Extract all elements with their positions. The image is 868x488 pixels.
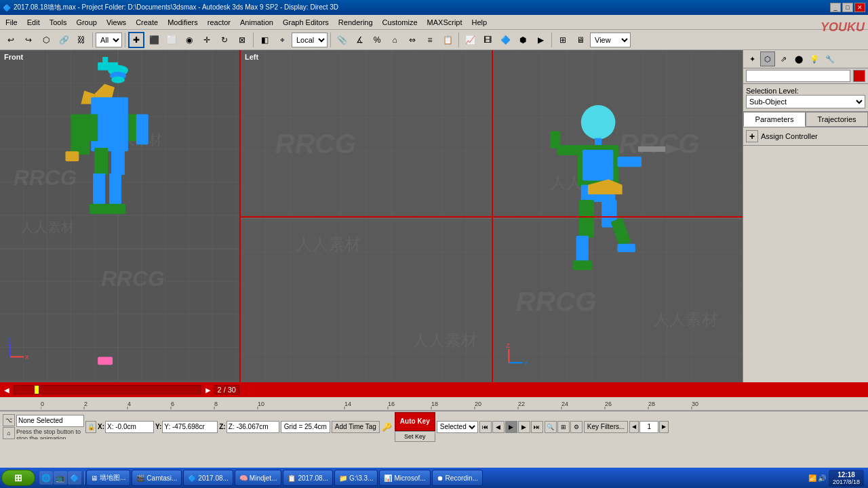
tb-schematic[interactable]: 🔷: [497, 32, 513, 48]
parameters-button[interactable]: Parameters: [743, 112, 806, 127]
trajectories-button[interactable]: Trajectories: [806, 112, 868, 127]
taskbar-item-mindjet[interactable]: 🧠 Mindjet...: [235, 470, 282, 486]
menu-graph-editors[interactable]: Graph Editors: [279, 17, 333, 28]
plus-button[interactable]: +: [746, 130, 758, 142]
menu-maxscript[interactable]: MAXScript: [423, 17, 467, 28]
y-input[interactable]: [162, 421, 218, 433]
tb-ref2[interactable]: ⌖: [274, 32, 290, 48]
tb-angle-snap[interactable]: ∡: [351, 32, 368, 48]
tl-next-arrow[interactable]: ▶: [203, 386, 214, 394]
tb-viewport-config[interactable]: ⊞: [555, 32, 571, 48]
viewport-left-view[interactable]: Left: [241, 50, 743, 382]
ql-browser[interactable]: 🌐: [39, 471, 53, 485]
transport-first-btn[interactable]: ⏮: [479, 421, 492, 433]
color-input-field[interactable]: [746, 70, 850, 82]
tb-ref1[interactable]: ◧: [256, 32, 273, 48]
minimize-button[interactable]: _: [830, 3, 841, 12]
menu-help[interactable]: Help: [468, 17, 492, 28]
taskbar-item-camtasia[interactable]: 🎬 Camtasi...: [132, 470, 182, 486]
z-input[interactable]: [226, 421, 279, 433]
tb-view-select[interactable]: View: [590, 33, 631, 47]
tb-render[interactable]: ▶: [532, 32, 549, 48]
add-time-tag-button[interactable]: Add Time Tag: [332, 421, 380, 433]
tb-rotate[interactable]: ↻: [216, 32, 233, 48]
transport-zoom-btn[interactable]: 🔍: [545, 421, 557, 433]
start-button[interactable]: ⊞: [1, 470, 35, 486]
color-swatch[interactable]: [853, 70, 865, 82]
menu-reactor[interactable]: reactor: [203, 17, 235, 28]
tb-window-cross[interactable]: ◉: [181, 32, 197, 48]
panel-hierarchy-icon[interactable]: ⇗: [776, 52, 791, 66]
panel-create-icon[interactable]: ✦: [745, 52, 760, 66]
menu-views[interactable]: Views: [102, 17, 130, 28]
maximize-button[interactable]: □: [842, 3, 853, 12]
auto-key-button[interactable]: Auto Key: [395, 412, 435, 431]
tb-percent-snap[interactable]: %: [369, 32, 385, 48]
tb-move[interactable]: ✛: [199, 32, 215, 48]
frame-number-input[interactable]: [639, 421, 658, 433]
panel-motion-icon[interactable]: ⬤: [791, 52, 806, 66]
tb-scale[interactable]: ⊠: [234, 32, 250, 48]
selected-dropdown[interactable]: Selected: [437, 421, 478, 433]
transport-config-btn[interactable]: ⚙: [570, 421, 583, 433]
tl-prev-arrow[interactable]: ◀: [1, 386, 12, 394]
transport-last-btn[interactable]: ⏭: [531, 421, 543, 433]
tb-undo[interactable]: ↩: [3, 32, 19, 48]
tb-align[interactable]: ≡: [422, 32, 438, 48]
transport-prev-btn[interactable]: ◀: [492, 421, 505, 433]
key-icon-2[interactable]: ⌂: [3, 427, 15, 439]
taskbar-item-microsoft[interactable]: 📊 Microsof...: [379, 470, 430, 486]
panel-modify-icon[interactable]: ⬡: [760, 52, 775, 66]
taskbar-item-2017[interactable]: 📋 2017.08...: [283, 470, 332, 486]
selection-level-select[interactable]: Sub-Object: [746, 95, 865, 108]
menu-tools[interactable]: Tools: [45, 17, 71, 28]
ql-media[interactable]: 📺: [54, 471, 67, 485]
lock-icon[interactable]: 🔒: [85, 421, 96, 433]
frame-prev-btn[interactable]: ◀: [629, 421, 639, 433]
tb-select-tool[interactable]: ✚: [128, 32, 144, 48]
tb-link[interactable]: 🔗: [56, 32, 72, 48]
menu-edit[interactable]: Edit: [23, 17, 44, 28]
menu-modifiers[interactable]: Modifiers: [163, 17, 202, 28]
transport-play-btn[interactable]: ▶: [505, 421, 517, 433]
menu-animation[interactable]: Animation: [236, 17, 277, 28]
tb-region-select[interactable]: ⬛: [146, 32, 162, 48]
viewport-front[interactable]: Front: [0, 50, 241, 382]
taskbar-item-wallmap[interactable]: 🖥 墙地图...: [86, 470, 130, 486]
tb-mirror[interactable]: ⇔: [404, 32, 420, 48]
menu-customize[interactable]: Customize: [378, 17, 422, 28]
transport-layout-btn[interactable]: ⊞: [557, 421, 570, 433]
tb-layer[interactable]: 📋: [439, 32, 456, 48]
key-filters-button[interactable]: Key Filters...: [584, 421, 629, 433]
tb-unlink[interactable]: ⛓: [73, 32, 90, 48]
tb-reference-select[interactable]: Local: [292, 33, 328, 47]
frame-next-btn[interactable]: ▶: [659, 421, 669, 433]
tb-curve-editor[interactable]: 📈: [462, 32, 478, 48]
tb-snap[interactable]: 📎: [334, 32, 350, 48]
menu-create[interactable]: Create: [132, 17, 162, 28]
close-button[interactable]: ✕: [854, 3, 865, 12]
x-input[interactable]: [105, 421, 154, 433]
tb-lasso-select[interactable]: ⬜: [163, 32, 180, 48]
tb-display[interactable]: 🖥: [572, 32, 589, 48]
ql-3ds[interactable]: 🔷: [68, 471, 81, 485]
menu-file[interactable]: File: [1, 17, 22, 28]
taskbar-item-g3[interactable]: 📁 G:\3.3...: [334, 470, 378, 486]
tb-dope-sheet[interactable]: 🎞: [479, 32, 496, 48]
tb-filter-select[interactable]: All: [96, 33, 122, 47]
tb-redo[interactable]: ↪: [20, 32, 37, 48]
menu-group[interactable]: Group: [72, 17, 101, 28]
panel-display-icon[interactable]: 💡: [807, 52, 822, 66]
key-icon-1[interactable]: ⌥: [3, 414, 15, 426]
taskbar-item-recording[interactable]: ⏺ Recordin...: [432, 470, 483, 486]
tb-select-obj[interactable]: ⬡: [38, 32, 54, 48]
tb-material[interactable]: ⬢: [515, 32, 531, 48]
set-key-button[interactable]: Set Key: [395, 431, 435, 442]
panel-utilities-icon[interactable]: 🔧: [823, 52, 837, 66]
tb-spinner-snap[interactable]: ⌂: [387, 32, 403, 48]
transport-next-btn[interactable]: ▶: [518, 421, 530, 433]
timeline-bar[interactable]: [14, 385, 201, 394]
taskbar-item-3dsmax[interactable]: 🔷 2017.08...: [183, 470, 233, 486]
menu-rendering[interactable]: Rendering: [334, 17, 377, 28]
selection-name-input[interactable]: [16, 415, 84, 427]
